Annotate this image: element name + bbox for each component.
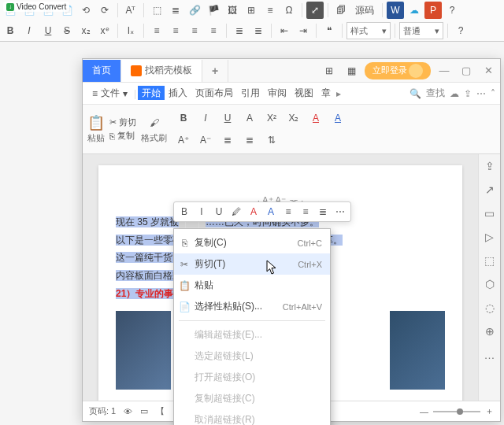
ctx-复制(C)[interactable]: ⎘复制(C)Ctrl+C: [174, 232, 330, 253]
zoom-control[interactable]: — ＋: [420, 405, 494, 417]
toolstrip-5[interactable]: ⬡: [483, 277, 497, 291]
toolstrip-1[interactable]: ↗: [483, 183, 497, 197]
menu-tab-5[interactable]: 视图: [291, 86, 317, 100]
copy-button[interactable]: ⎘复制: [109, 130, 136, 142]
outdent-button[interactable]: ⇤: [276, 22, 293, 39]
toolbar-button-5[interactable]: ⟳: [96, 2, 113, 19]
menu-tab-4[interactable]: 审阅: [264, 86, 291, 100]
toolbar-button-13[interactable]: 🖼: [224, 2, 241, 19]
more-icon[interactable]: ⋯: [476, 88, 486, 99]
window-minimize[interactable]: —: [435, 62, 453, 79]
mini-btn-4[interactable]: A: [246, 204, 261, 220]
toolstrip-3[interactable]: ▷: [483, 230, 497, 244]
mini-btn-1[interactable]: I: [195, 204, 209, 220]
ribbon-list2[interactable]: ≣: [241, 131, 258, 149]
clear-format-button[interactable]: Iₓ: [122, 22, 139, 39]
zoom-slider[interactable]: [433, 411, 480, 412]
toolbar-button-10[interactable]: ≣: [167, 2, 184, 19]
align-left-button[interactable]: ≡: [148, 22, 165, 39]
toolbar-button-18[interactable]: ⤢: [306, 2, 324, 19]
ribbon-fontcolor[interactable]: A: [307, 109, 324, 127]
toolstrip-7[interactable]: ⊕: [483, 324, 497, 338]
cloud-icon[interactable]: ☁: [450, 88, 459, 99]
image-placeholder-left[interactable]: [116, 311, 171, 390]
ribbon-bold[interactable]: B: [175, 109, 192, 127]
ribbon-underline[interactable]: U: [219, 109, 236, 127]
style-select[interactable]: 样式▾: [346, 22, 391, 39]
search-icon[interactable]: 🔍: [410, 88, 421, 99]
mini-btn-0[interactable]: B: [177, 204, 191, 220]
quote-button[interactable]: ❝: [321, 22, 338, 39]
toolbar-button-26[interactable]: ?: [443, 2, 461, 19]
ctx-剪切(T)[interactable]: ✂剪切(T)Ctrl+X: [174, 253, 330, 275]
underline-button[interactable]: U: [39, 22, 57, 39]
toolbar-button-16[interactable]: Ω: [280, 2, 298, 19]
layout-icon[interactable]: ▭: [140, 406, 148, 416]
ctx-选择性粘贴(S)...[interactable]: 📄选择性粘贴(S)...Ctrl+Alt+V: [174, 296, 330, 317]
tab-home[interactable]: 首页: [83, 60, 121, 82]
size-select[interactable]: 普通▾: [399, 22, 443, 39]
ribbon-grow-font[interactable]: A⁺: [175, 131, 192, 149]
toolbar-button-9[interactable]: ⬚: [148, 2, 165, 19]
toolbar-button-25[interactable]: P: [424, 2, 442, 19]
view-grid-icon[interactable]: ⊞: [321, 62, 338, 79]
toolbar-button-15[interactable]: ≡: [261, 2, 279, 19]
subscript-button[interactable]: x₂: [77, 22, 94, 39]
login-button[interactable]: 立即登录: [365, 62, 431, 79]
tab-new[interactable]: +: [202, 60, 228, 82]
bold-button[interactable]: B: [2, 22, 19, 39]
indent-button[interactable]: ⇥: [295, 22, 312, 39]
mini-btn-2[interactable]: U: [212, 204, 226, 220]
file-menu[interactable]: ≡文件▾: [87, 85, 132, 102]
ribbon-fontcase[interactable]: A: [241, 109, 258, 127]
toolstrip-0[interactable]: ⇪: [483, 159, 497, 173]
ribbon-sup[interactable]: X²: [263, 109, 280, 127]
toolbar-button-11[interactable]: 🔗: [186, 2, 203, 19]
list-number-button[interactable]: ≣: [250, 22, 267, 39]
ribbon-highlight[interactable]: A: [329, 109, 346, 127]
window-close[interactable]: ✕: [480, 62, 497, 79]
ribbon-linesp[interactable]: ⇅: [263, 131, 280, 149]
window-maximize[interactable]: ▢: [458, 62, 475, 79]
toolstrip-2[interactable]: ▭: [483, 206, 497, 220]
collapse-ribbon-icon[interactable]: ˄: [491, 88, 495, 99]
strike-button[interactable]: S: [58, 22, 76, 39]
toolstrip-4[interactable]: ⬚: [483, 253, 497, 268]
search-label[interactable]: 查找: [426, 87, 445, 100]
menu-tab-1[interactable]: 插入: [165, 86, 191, 100]
outline-icon[interactable]: 【: [156, 405, 165, 417]
toolbar-button-12[interactable]: 🏴: [205, 2, 222, 19]
menu-tab-0[interactable]: 开始: [138, 86, 165, 100]
cut-button[interactable]: ✂剪切: [109, 116, 136, 128]
share-icon[interactable]: ⇪: [464, 88, 472, 99]
toolbar-button-21[interactable]: 源码: [351, 2, 378, 19]
mini-btn-8[interactable]: ≣: [316, 204, 330, 220]
align-right-button[interactable]: ≡: [186, 22, 203, 39]
ribbon-shrink-font[interactable]: A⁻: [197, 131, 214, 149]
tab-document[interactable]: 找稻壳模板: [121, 60, 202, 82]
zoom-out-icon[interactable]: —: [420, 407, 428, 416]
ribbon-sub[interactable]: X₂: [285, 109, 302, 127]
image-placeholder-right[interactable]: [390, 311, 445, 390]
view-apps-icon[interactable]: ▦: [343, 62, 360, 79]
menu-tab-3[interactable]: 引用: [237, 86, 264, 100]
zoom-in-icon[interactable]: ＋: [485, 405, 494, 417]
toolbar-button-23[interactable]: W: [387, 2, 404, 19]
mini-btn-3[interactable]: 🖉: [229, 204, 243, 220]
readmode-icon[interactable]: 👁: [124, 407, 132, 416]
align-justify-button[interactable]: ≡: [205, 22, 222, 39]
toolstrip-8[interactable]: …: [483, 348, 497, 362]
toolbar-button-20[interactable]: 🗐: [332, 2, 350, 19]
toolstrip-6[interactable]: ◌: [483, 301, 497, 315]
toolbar-button-4[interactable]: ⟲: [77, 2, 94, 19]
align-center-button[interactable]: ≡: [167, 22, 184, 39]
menu-tab-6[interactable]: 章: [317, 86, 335, 100]
toolbar-button-24[interactable]: ☁: [406, 2, 423, 19]
help-button[interactable]: ?: [452, 22, 469, 39]
brush-icon[interactable]: 🖌: [146, 115, 162, 131]
list-bullet-button[interactable]: ≣: [231, 22, 248, 39]
mini-btn-6[interactable]: ≡: [281, 204, 295, 220]
superscript-button[interactable]: xᵉ: [96, 22, 113, 39]
italic-button[interactable]: I: [20, 22, 38, 39]
ribbon-list1[interactable]: ≣: [219, 131, 236, 149]
